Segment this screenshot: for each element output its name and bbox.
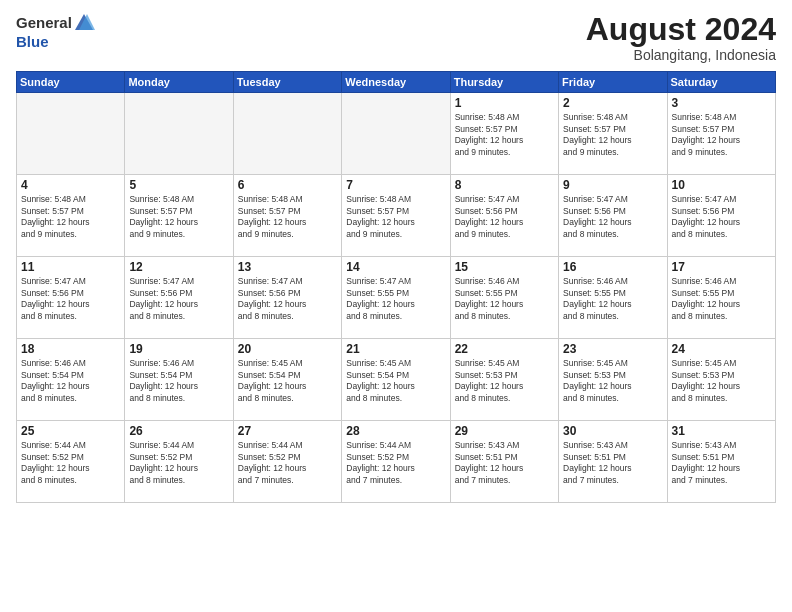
calendar-cell: 6Sunrise: 5:48 AMSunset: 5:57 PMDaylight…	[233, 175, 341, 257]
day-number: 3	[672, 96, 771, 110]
calendar-cell	[233, 93, 341, 175]
col-header-thursday: Thursday	[450, 72, 558, 93]
calendar-cell: 23Sunrise: 5:45 AMSunset: 5:53 PMDayligh…	[559, 339, 667, 421]
day-detail: Sunrise: 5:47 AMSunset: 5:55 PMDaylight:…	[346, 276, 445, 322]
day-detail: Sunrise: 5:47 AMSunset: 5:56 PMDaylight:…	[455, 194, 554, 240]
calendar-cell	[342, 93, 450, 175]
calendar-cell: 11Sunrise: 5:47 AMSunset: 5:56 PMDayligh…	[17, 257, 125, 339]
col-header-saturday: Saturday	[667, 72, 775, 93]
calendar-cell: 18Sunrise: 5:46 AMSunset: 5:54 PMDayligh…	[17, 339, 125, 421]
day-number: 28	[346, 424, 445, 438]
calendar-cell: 12Sunrise: 5:47 AMSunset: 5:56 PMDayligh…	[125, 257, 233, 339]
day-detail: Sunrise: 5:43 AMSunset: 5:51 PMDaylight:…	[455, 440, 554, 486]
calendar-cell: 3Sunrise: 5:48 AMSunset: 5:57 PMDaylight…	[667, 93, 775, 175]
day-number: 4	[21, 178, 120, 192]
calendar-cell: 10Sunrise: 5:47 AMSunset: 5:56 PMDayligh…	[667, 175, 775, 257]
day-detail: Sunrise: 5:44 AMSunset: 5:52 PMDaylight:…	[129, 440, 228, 486]
day-number: 14	[346, 260, 445, 274]
day-number: 20	[238, 342, 337, 356]
col-header-wednesday: Wednesday	[342, 72, 450, 93]
day-number: 31	[672, 424, 771, 438]
day-number: 19	[129, 342, 228, 356]
calendar-cell: 4Sunrise: 5:48 AMSunset: 5:57 PMDaylight…	[17, 175, 125, 257]
calendar-week-4: 18Sunrise: 5:46 AMSunset: 5:54 PMDayligh…	[17, 339, 776, 421]
day-detail: Sunrise: 5:46 AMSunset: 5:55 PMDaylight:…	[672, 276, 771, 322]
col-header-friday: Friday	[559, 72, 667, 93]
day-detail: Sunrise: 5:45 AMSunset: 5:54 PMDaylight:…	[346, 358, 445, 404]
day-number: 16	[563, 260, 662, 274]
calendar-week-2: 4Sunrise: 5:48 AMSunset: 5:57 PMDaylight…	[17, 175, 776, 257]
month-year: August 2024	[586, 12, 776, 47]
title-block: August 2024 Bolangitang, Indonesia	[586, 12, 776, 63]
calendar-week-1: 1Sunrise: 5:48 AMSunset: 5:57 PMDaylight…	[17, 93, 776, 175]
day-number: 26	[129, 424, 228, 438]
calendar: SundayMondayTuesdayWednesdayThursdayFrid…	[16, 71, 776, 503]
day-number: 15	[455, 260, 554, 274]
calendar-cell: 14Sunrise: 5:47 AMSunset: 5:55 PMDayligh…	[342, 257, 450, 339]
col-header-tuesday: Tuesday	[233, 72, 341, 93]
page: General Blue August 2024 Bolangitang, In…	[0, 0, 792, 612]
day-number: 12	[129, 260, 228, 274]
calendar-cell: 28Sunrise: 5:44 AMSunset: 5:52 PMDayligh…	[342, 421, 450, 503]
calendar-header-row: SundayMondayTuesdayWednesdayThursdayFrid…	[17, 72, 776, 93]
calendar-cell: 16Sunrise: 5:46 AMSunset: 5:55 PMDayligh…	[559, 257, 667, 339]
calendar-week-3: 11Sunrise: 5:47 AMSunset: 5:56 PMDayligh…	[17, 257, 776, 339]
day-detail: Sunrise: 5:46 AMSunset: 5:55 PMDaylight:…	[455, 276, 554, 322]
day-number: 18	[21, 342, 120, 356]
day-detail: Sunrise: 5:46 AMSunset: 5:54 PMDaylight:…	[21, 358, 120, 404]
day-detail: Sunrise: 5:45 AMSunset: 5:54 PMDaylight:…	[238, 358, 337, 404]
calendar-cell: 26Sunrise: 5:44 AMSunset: 5:52 PMDayligh…	[125, 421, 233, 503]
calendar-cell	[17, 93, 125, 175]
day-number: 7	[346, 178, 445, 192]
calendar-cell: 8Sunrise: 5:47 AMSunset: 5:56 PMDaylight…	[450, 175, 558, 257]
day-number: 1	[455, 96, 554, 110]
day-detail: Sunrise: 5:45 AMSunset: 5:53 PMDaylight:…	[672, 358, 771, 404]
day-number: 24	[672, 342, 771, 356]
day-detail: Sunrise: 5:44 AMSunset: 5:52 PMDaylight:…	[346, 440, 445, 486]
calendar-cell: 22Sunrise: 5:45 AMSunset: 5:53 PMDayligh…	[450, 339, 558, 421]
day-detail: Sunrise: 5:43 AMSunset: 5:51 PMDaylight:…	[563, 440, 662, 486]
day-detail: Sunrise: 5:48 AMSunset: 5:57 PMDaylight:…	[129, 194, 228, 240]
calendar-cell: 21Sunrise: 5:45 AMSunset: 5:54 PMDayligh…	[342, 339, 450, 421]
calendar-cell: 17Sunrise: 5:46 AMSunset: 5:55 PMDayligh…	[667, 257, 775, 339]
col-header-sunday: Sunday	[17, 72, 125, 93]
calendar-cell: 30Sunrise: 5:43 AMSunset: 5:51 PMDayligh…	[559, 421, 667, 503]
day-detail: Sunrise: 5:48 AMSunset: 5:57 PMDaylight:…	[346, 194, 445, 240]
day-number: 9	[563, 178, 662, 192]
day-number: 22	[455, 342, 554, 356]
day-number: 13	[238, 260, 337, 274]
calendar-cell: 31Sunrise: 5:43 AMSunset: 5:51 PMDayligh…	[667, 421, 775, 503]
day-number: 5	[129, 178, 228, 192]
header: General Blue August 2024 Bolangitang, In…	[16, 12, 776, 63]
day-detail: Sunrise: 5:46 AMSunset: 5:55 PMDaylight:…	[563, 276, 662, 322]
calendar-week-5: 25Sunrise: 5:44 AMSunset: 5:52 PMDayligh…	[17, 421, 776, 503]
calendar-cell: 25Sunrise: 5:44 AMSunset: 5:52 PMDayligh…	[17, 421, 125, 503]
calendar-cell: 29Sunrise: 5:43 AMSunset: 5:51 PMDayligh…	[450, 421, 558, 503]
day-number: 23	[563, 342, 662, 356]
calendar-cell: 5Sunrise: 5:48 AMSunset: 5:57 PMDaylight…	[125, 175, 233, 257]
calendar-cell: 15Sunrise: 5:46 AMSunset: 5:55 PMDayligh…	[450, 257, 558, 339]
day-number: 25	[21, 424, 120, 438]
logo: General Blue	[16, 12, 95, 51]
day-detail: Sunrise: 5:47 AMSunset: 5:56 PMDaylight:…	[21, 276, 120, 322]
day-number: 6	[238, 178, 337, 192]
calendar-cell: 9Sunrise: 5:47 AMSunset: 5:56 PMDaylight…	[559, 175, 667, 257]
day-detail: Sunrise: 5:47 AMSunset: 5:56 PMDaylight:…	[672, 194, 771, 240]
day-number: 29	[455, 424, 554, 438]
day-number: 2	[563, 96, 662, 110]
calendar-cell: 20Sunrise: 5:45 AMSunset: 5:54 PMDayligh…	[233, 339, 341, 421]
day-detail: Sunrise: 5:47 AMSunset: 5:56 PMDaylight:…	[563, 194, 662, 240]
day-detail: Sunrise: 5:48 AMSunset: 5:57 PMDaylight:…	[455, 112, 554, 158]
calendar-cell: 2Sunrise: 5:48 AMSunset: 5:57 PMDaylight…	[559, 93, 667, 175]
calendar-cell: 1Sunrise: 5:48 AMSunset: 5:57 PMDaylight…	[450, 93, 558, 175]
calendar-cell: 7Sunrise: 5:48 AMSunset: 5:57 PMDaylight…	[342, 175, 450, 257]
day-detail: Sunrise: 5:48 AMSunset: 5:57 PMDaylight:…	[21, 194, 120, 240]
day-number: 10	[672, 178, 771, 192]
calendar-cell: 19Sunrise: 5:46 AMSunset: 5:54 PMDayligh…	[125, 339, 233, 421]
logo-icon	[73, 12, 95, 34]
calendar-cell: 27Sunrise: 5:44 AMSunset: 5:52 PMDayligh…	[233, 421, 341, 503]
location: Bolangitang, Indonesia	[586, 47, 776, 63]
day-number: 21	[346, 342, 445, 356]
day-detail: Sunrise: 5:44 AMSunset: 5:52 PMDaylight:…	[21, 440, 120, 486]
day-detail: Sunrise: 5:43 AMSunset: 5:51 PMDaylight:…	[672, 440, 771, 486]
